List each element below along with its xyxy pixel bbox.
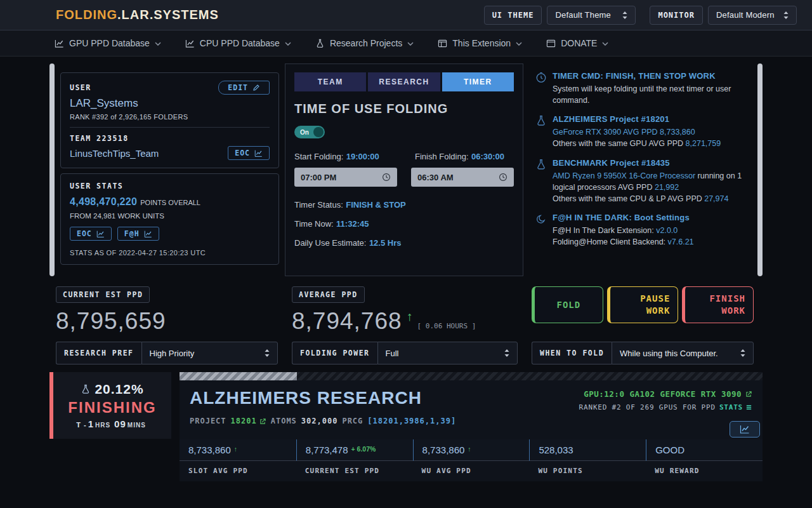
timer-card: TEAM RESEARCH TIMER TIME OF USE FOLDING … <box>285 64 523 276</box>
wu-progress-bar <box>180 372 763 380</box>
fah-stats-button[interactable]: F@H <box>117 227 159 241</box>
ui-theme-select[interactable]: Default Theme <box>547 6 636 25</box>
average-ppd-value: 8,794,768 <box>292 308 402 335</box>
slot-content: ALZHEIMERS RESEARCH PROJECT 18201 ATOMS … <box>180 380 763 439</box>
work-units: FROM 24,981 WORK UNITS <box>70 212 270 220</box>
finish-work-button[interactable]: FINISH WORK <box>682 286 754 323</box>
chevron-down-icon <box>516 42 522 46</box>
table-column-header: WU AVG PPD <box>413 461 530 481</box>
scrollbar-right[interactable] <box>757 64 763 276</box>
pause-work-button[interactable]: PAUSE WORK <box>607 286 679 323</box>
toggle-knob <box>313 127 324 137</box>
current-ppd-value: 8,795,659 <box>56 308 278 335</box>
monitor-select[interactable]: Default Modern <box>708 6 797 25</box>
when-to-fold-label: WHEN TO FOLD <box>532 342 612 364</box>
slot-eta: T - 1 HRS 09 MINS <box>76 418 148 429</box>
user-column: USER EDIT LAR_Systems RANK #392 of 2,926… <box>60 64 279 276</box>
user-rank: RANK #392 of 2,926,165 FOLDERS <box>70 113 270 121</box>
research-pref-select[interactable]: High Priority <box>141 342 278 364</box>
table-column-header: CURRENT EST PPD <box>296 461 413 481</box>
tab-research[interactable]: RESEARCH <box>368 72 440 91</box>
chart-line-icon <box>144 230 152 238</box>
select-arrows-icon <box>740 349 745 357</box>
username: LAR_Systems <box>70 97 270 110</box>
time-now-line: Time Now: 11:32:45 <box>294 218 514 229</box>
fold-button[interactable]: FOLD <box>532 286 603 323</box>
team-label: TEAM 223518 <box>70 134 270 143</box>
table-cell-value: 528,033 <box>529 439 646 461</box>
gpu-link[interactable]: GPU:12:0 GA102 GEFORCE RTX 3090 <box>579 389 752 399</box>
start-time-input[interactable]: 07:00 PM <box>294 168 397 187</box>
header-controls: UI THEME Default Theme MONITOR Default M… <box>484 6 797 25</box>
team-name: LinusTechTips_Team <box>70 148 159 159</box>
project-link[interactable]: ALZHEIMERS Project #18201 <box>553 114 748 124</box>
flask-icon <box>535 115 547 126</box>
trend-up-icon: ↑ <box>234 445 237 453</box>
tab-team[interactable]: TEAM <box>294 72 366 91</box>
feed-item-fah-in-the-dark: F@H IN THE DARK: Boot Settings F@H In Th… <box>535 213 748 248</box>
current-ppd-label: CURRENT EST PPD <box>56 286 150 303</box>
extension-icon <box>438 39 447 48</box>
project-link[interactable]: BENCHMARK Project #18435 <box>553 158 748 168</box>
monitor-button[interactable]: MONITOR <box>650 6 703 25</box>
nav-cpu-ppd-database[interactable]: CPU PPD Database <box>185 38 291 48</box>
when-to-fold-select[interactable]: While using this Computer. <box>612 342 754 364</box>
nav-this-extension[interactable]: This Extension <box>438 38 522 48</box>
points-label: POINTS OVERALL <box>140 199 200 206</box>
team-eoc-button[interactable]: EOC <box>228 146 270 160</box>
project-link[interactable]: 18201 <box>231 417 266 425</box>
info-feed: TIMER CMD: FINISH, THEN STOP WORK System… <box>529 64 752 276</box>
gpu-info-block: GPU:12:0 GA102 GEFORCE RTX 3090 RANKED #… <box>579 389 752 411</box>
table-column-header: WU REWARD <box>646 461 763 481</box>
slot-chart-button[interactable] <box>730 421 760 438</box>
user-stats-card: USER STATS 4,498,470,220POINTS OVERALL F… <box>60 173 279 265</box>
average-ppd-label: AVERAGE PPD <box>292 286 365 303</box>
scrollbar-left[interactable] <box>49 64 55 276</box>
folding-power-select[interactable]: Full <box>377 342 518 364</box>
table-column-header: SLOT AVG PPD <box>180 461 296 481</box>
nav-gpu-ppd-database[interactable]: GPU PPD Database <box>55 38 161 48</box>
project-line: PROJECT 18201 ATOMS 302,000 PRCG [18201,… <box>190 417 752 425</box>
flask-icon <box>81 384 91 394</box>
eoc-stats-button[interactable]: EOC <box>70 227 112 241</box>
monitor-select-value: Default Modern <box>716 10 775 20</box>
stats-timestamp: STATS AS OF 2022-04-27 15:20:23 UTC <box>70 249 270 257</box>
feed-title: TIMER CMD: FINISH, THEN STOP WORK <box>553 71 748 81</box>
start-folding-line: Start Folding: 19:00:00 <box>294 150 415 162</box>
table-column-header: WU POINTS <box>529 461 646 481</box>
fold-actions: FOLD PAUSE WORK FINISH WORK <box>532 286 754 335</box>
slot-progress-badge: 20.12% FINISHING T - 1 HRS 09 MINS <box>49 372 171 439</box>
user-stats-title: USER STATS <box>70 182 270 190</box>
chart-line-icon <box>185 39 195 48</box>
chart-line-icon <box>254 149 263 157</box>
list-icon <box>745 404 752 411</box>
timer-title: TIME OF USE FOLDING <box>294 102 514 116</box>
folding-timer-toggle[interactable]: On <box>294 126 325 138</box>
ppd-row: CURRENT EST PPD 8,795,659 AVERAGE PPD 8,… <box>56 286 756 335</box>
nav-donate[interactable]: DONATE <box>546 38 608 48</box>
stats-link[interactable]: STATS <box>719 403 752 411</box>
feed-item-timer-cmd: TIMER CMD: FINISH, THEN STOP WORK System… <box>535 71 748 106</box>
progress-percent: 20.12% <box>95 382 143 397</box>
trend-up-icon: ↑ <box>468 445 471 453</box>
nav-research-projects[interactable]: Research Projects <box>315 38 414 48</box>
boot-settings-link[interactable]: F@H IN THE DARK: Boot Settings <box>553 213 748 222</box>
select-arrows-icon <box>622 11 627 19</box>
timer-status-line: Timer Status: FINISH & STOP <box>294 199 514 210</box>
slot-state: FINISHING <box>68 399 156 417</box>
user-label: USER <box>70 83 91 92</box>
flask-icon <box>535 159 547 170</box>
research-pref-group: RESEARCH PREF High Priority <box>56 342 278 364</box>
tab-timer[interactable]: TIMER <box>442 72 514 91</box>
donate-icon <box>546 39 556 48</box>
finish-time-input[interactable]: 06:30 AM <box>411 168 514 187</box>
average-hours: [ 0.06 HOURS ] <box>417 322 476 330</box>
ui-theme-button[interactable]: UI THEME <box>484 6 542 25</box>
table-cell-value: 8,733,860 ↑ <box>180 439 296 461</box>
app-logo: FOLDING.LAR.SYSTEMS <box>56 8 219 22</box>
main-nav: GPU PPD Database CPU PPD Database Resear… <box>0 30 812 57</box>
clock-icon <box>499 173 508 182</box>
edit-button[interactable]: EDIT <box>218 81 270 95</box>
edit-icon <box>252 84 260 91</box>
timer-card-tabs: TEAM RESEARCH TIMER <box>294 72 514 91</box>
